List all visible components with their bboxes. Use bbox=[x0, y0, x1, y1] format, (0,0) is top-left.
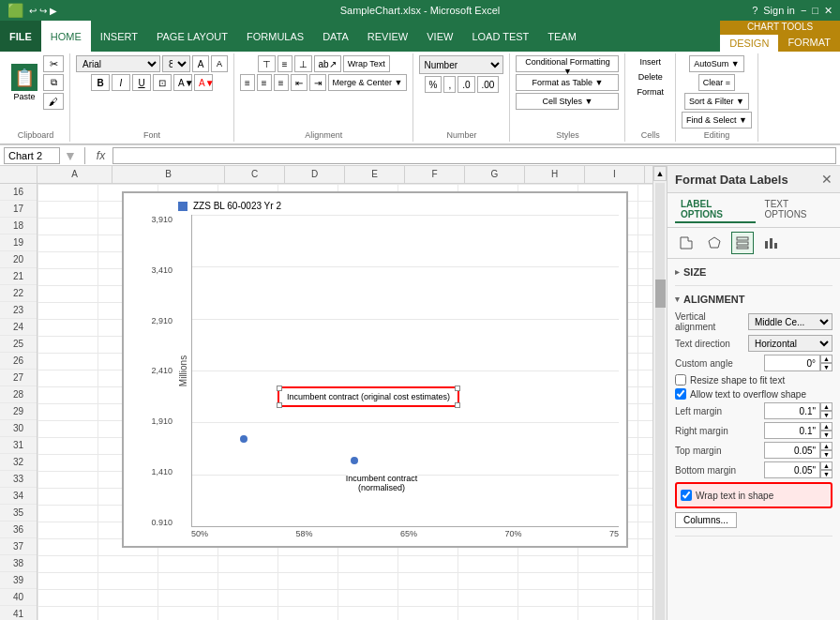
paste-button[interactable]: 📋 Paste bbox=[8, 62, 41, 103]
angle-spin-up[interactable]: ▲ bbox=[820, 355, 832, 363]
border-button[interactable]: ⊡ bbox=[153, 74, 172, 91]
bar-icon-btn[interactable] bbox=[759, 232, 782, 254]
format-as-table-btn[interactable]: Format as Table ▼ bbox=[516, 74, 619, 91]
row-32: 32 bbox=[0, 454, 37, 471]
fill-color-button[interactable]: A▼ bbox=[173, 74, 192, 91]
middle-align-btn[interactable]: ≡ bbox=[278, 55, 292, 72]
angle-spin-down[interactable]: ▼ bbox=[820, 363, 832, 371]
fill-icon-btn[interactable] bbox=[675, 232, 698, 254]
decrease-font-btn[interactable]: A bbox=[211, 55, 228, 72]
increase-font-btn[interactable]: A bbox=[192, 55, 209, 72]
top-align-btn[interactable]: ⊤ bbox=[258, 55, 276, 72]
format-painter-button[interactable]: 🖌 bbox=[43, 93, 64, 110]
close-btn[interactable]: ✕ bbox=[824, 5, 832, 17]
sign-in-btn[interactable]: Sign in bbox=[763, 5, 795, 16]
tab-data[interactable]: DATA bbox=[313, 21, 358, 52]
clear-btn[interactable]: Clear = bbox=[698, 74, 735, 91]
alignment-section-header[interactable]: ALIGNMENT bbox=[675, 290, 832, 309]
chart-container[interactable]: ZZS BL 60-0023 Yr 2 3,910 3,410 2,910 2,… bbox=[122, 191, 628, 548]
layout-icon-btn[interactable] bbox=[731, 232, 754, 254]
orientation-btn[interactable]: ab↗ bbox=[314, 55, 341, 72]
comma-btn[interactable]: , bbox=[443, 76, 456, 93]
italic-button[interactable]: I bbox=[112, 74, 130, 91]
tab-label-options[interactable]: LABEL OPTIONS bbox=[675, 197, 756, 223]
number-format-select[interactable]: Number bbox=[419, 55, 503, 74]
center-align-btn[interactable]: ≡ bbox=[257, 74, 272, 91]
minimize-btn[interactable]: − bbox=[801, 5, 806, 16]
conditional-formatting-btn[interactable]: Conditional Formatting ▼ bbox=[516, 55, 619, 72]
chart-plot[interactable]: Incumbent contract (original cost estima… bbox=[191, 215, 619, 527]
name-box-dropdown[interactable]: ▼ bbox=[64, 148, 77, 163]
bottom-margin-down[interactable]: ▼ bbox=[820, 470, 832, 478]
tab-review[interactable]: REVIEW bbox=[358, 21, 417, 52]
cut-button[interactable]: ✂ bbox=[43, 55, 64, 72]
autosum-btn[interactable]: AutoSum ▼ bbox=[689, 55, 743, 72]
left-align-btn[interactable]: ≡ bbox=[240, 74, 255, 91]
top-margin-input[interactable] bbox=[764, 442, 820, 459]
label-box-highlighted[interactable]: Incumbent contract (original cost estima… bbox=[278, 386, 459, 407]
left-margin-input[interactable] bbox=[764, 402, 820, 419]
v-scrollbar[interactable]: ▲ ▼ bbox=[652, 166, 667, 620]
columns-btn[interactable]: Columns... bbox=[675, 512, 737, 528]
tab-format[interactable]: FORMAT bbox=[778, 33, 840, 52]
percent-btn[interactable]: % bbox=[425, 76, 442, 93]
scroll-up-btn[interactable]: ▲ bbox=[653, 166, 667, 181]
help-btn[interactable]: ? bbox=[752, 5, 758, 16]
left-margin-down[interactable]: ▼ bbox=[820, 411, 832, 419]
increase-decimal-btn[interactable]: .00 bbox=[477, 76, 500, 93]
underline-button[interactable]: U bbox=[132, 74, 151, 91]
tab-page-layout[interactable]: PAGE LAYOUT bbox=[147, 21, 237, 52]
merge-center-btn[interactable]: Merge & Center ▼ bbox=[328, 74, 408, 91]
decrease-decimal-btn[interactable]: .0 bbox=[458, 76, 474, 93]
right-margin-input[interactable] bbox=[764, 422, 820, 439]
increase-indent-btn[interactable]: ⇥ bbox=[309, 74, 326, 91]
bottom-margin-input[interactable] bbox=[764, 461, 820, 478]
label-box-2[interactable]: Incumbent contract(normalised) bbox=[346, 474, 418, 492]
tab-home[interactable]: HOME bbox=[41, 21, 91, 52]
tab-file[interactable]: FILE bbox=[0, 21, 41, 52]
shape-icon-btn[interactable] bbox=[703, 232, 726, 254]
wrap-text-checkbox[interactable] bbox=[681, 490, 692, 501]
vertical-alignment-select[interactable]: Middle Ce... bbox=[748, 313, 832, 330]
delete-btn[interactable]: Delete bbox=[633, 70, 668, 83]
size-section-header[interactable]: SIZE bbox=[675, 263, 832, 281]
bold-button[interactable]: B bbox=[91, 74, 110, 91]
name-box[interactable] bbox=[4, 147, 60, 164]
top-margin-up[interactable]: ▲ bbox=[820, 442, 832, 450]
right-margin-down[interactable]: ▼ bbox=[820, 431, 832, 439]
panel-close-btn[interactable]: ✕ bbox=[821, 172, 832, 187]
tab-text-options[interactable]: TEXT OPTIONS bbox=[759, 197, 832, 223]
top-margin-down[interactable]: ▼ bbox=[820, 450, 832, 459]
decrease-indent-btn[interactable]: ⇤ bbox=[291, 74, 308, 91]
insert-btn[interactable]: Insert bbox=[634, 55, 667, 68]
bottom-align-btn[interactable]: ⊥ bbox=[294, 55, 312, 72]
resize-shape-checkbox[interactable] bbox=[675, 374, 686, 386]
font-color-button[interactable]: A▼ bbox=[194, 74, 213, 91]
bottom-margin-up[interactable]: ▲ bbox=[820, 461, 832, 470]
right-margin-up[interactable]: ▲ bbox=[820, 422, 832, 431]
tab-design[interactable]: DESIGN bbox=[720, 33, 778, 52]
left-margin-up[interactable]: ▲ bbox=[820, 402, 832, 411]
right-align-btn[interactable]: ≡ bbox=[274, 74, 289, 91]
v-scroll-track[interactable] bbox=[655, 183, 665, 620]
wrap-text-btn[interactable]: Wrap Text bbox=[343, 55, 390, 72]
cells-area[interactable]: ZZS BL 60-0023 Yr 2 3,910 3,410 2,910 2,… bbox=[38, 184, 652, 620]
tab-insert[interactable]: INSERT bbox=[91, 21, 147, 52]
allow-overflow-checkbox[interactable] bbox=[675, 388, 686, 400]
formula-input[interactable] bbox=[112, 147, 836, 164]
tab-team[interactable]: TEAM bbox=[538, 21, 586, 52]
sort-filter-btn[interactable]: Sort & Filter ▼ bbox=[684, 93, 749, 110]
cell-styles-btn[interactable]: Cell Styles ▼ bbox=[516, 93, 619, 110]
tab-formulas[interactable]: FORMULAS bbox=[237, 21, 313, 52]
v-scroll-thumb[interactable] bbox=[655, 280, 666, 308]
find-select-btn[interactable]: Find & Select ▼ bbox=[682, 112, 752, 129]
tab-load-test[interactable]: LOAD TEST bbox=[462, 21, 538, 52]
font-name-select[interactable]: Arial bbox=[76, 55, 160, 72]
text-direction-select[interactable]: Horizontal bbox=[748, 335, 832, 352]
copy-button[interactable]: ⧉ bbox=[43, 74, 64, 91]
custom-angle-input[interactable] bbox=[764, 355, 820, 371]
format-btn[interactable]: Format bbox=[631, 85, 669, 98]
tab-view[interactable]: VIEW bbox=[417, 21, 462, 52]
font-size-select[interactable]: 8 bbox=[162, 55, 190, 72]
maximize-btn[interactable]: □ bbox=[812, 5, 818, 16]
